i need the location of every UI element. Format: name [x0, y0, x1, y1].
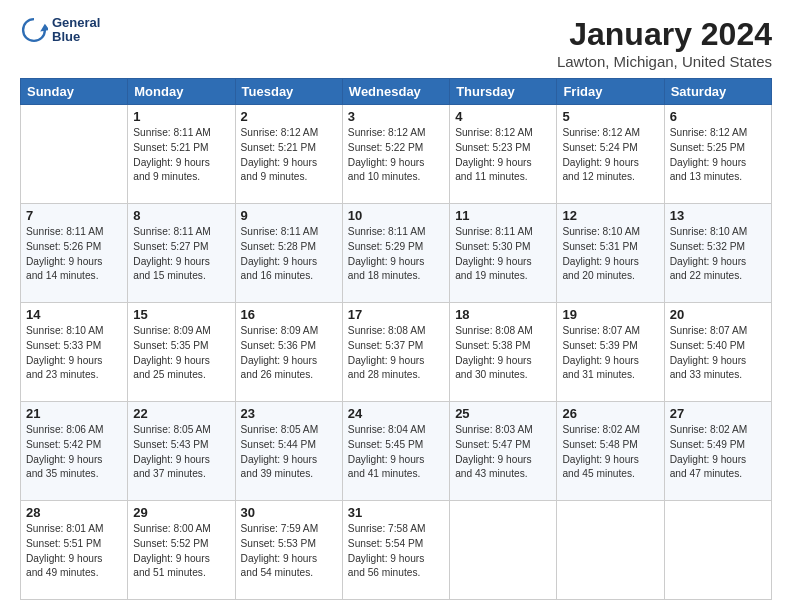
calendar-cell: 12Sunrise: 8:10 AM Sunset: 5:31 PM Dayli…	[557, 204, 664, 303]
calendar-cell: 2Sunrise: 8:12 AM Sunset: 5:21 PM Daylig…	[235, 105, 342, 204]
day-info: Sunrise: 8:12 AM Sunset: 5:23 PM Dayligh…	[455, 126, 551, 185]
day-info: Sunrise: 8:11 AM Sunset: 5:30 PM Dayligh…	[455, 225, 551, 284]
day-number: 13	[670, 208, 766, 223]
calendar-cell: 17Sunrise: 8:08 AM Sunset: 5:37 PM Dayli…	[342, 303, 449, 402]
logo-icon	[20, 16, 48, 44]
calendar-cell	[664, 501, 771, 600]
calendar-week-3: 14Sunrise: 8:10 AM Sunset: 5:33 PM Dayli…	[21, 303, 772, 402]
day-info: Sunrise: 8:08 AM Sunset: 5:37 PM Dayligh…	[348, 324, 444, 383]
day-number: 12	[562, 208, 658, 223]
calendar-cell: 15Sunrise: 8:09 AM Sunset: 5:35 PM Dayli…	[128, 303, 235, 402]
day-number: 1	[133, 109, 229, 124]
calendar-cell	[450, 501, 557, 600]
calendar-cell	[21, 105, 128, 204]
calendar-week-2: 7Sunrise: 8:11 AM Sunset: 5:26 PM Daylig…	[21, 204, 772, 303]
calendar-cell: 31Sunrise: 7:58 AM Sunset: 5:54 PM Dayli…	[342, 501, 449, 600]
day-info: Sunrise: 8:01 AM Sunset: 5:51 PM Dayligh…	[26, 522, 122, 581]
page: General Blue January 2024 Lawton, Michig…	[0, 0, 792, 612]
svg-marker-0	[40, 24, 48, 32]
calendar-cell: 24Sunrise: 8:04 AM Sunset: 5:45 PM Dayli…	[342, 402, 449, 501]
calendar-cell: 13Sunrise: 8:10 AM Sunset: 5:32 PM Dayli…	[664, 204, 771, 303]
day-number: 28	[26, 505, 122, 520]
calendar-cell: 10Sunrise: 8:11 AM Sunset: 5:29 PM Dayli…	[342, 204, 449, 303]
calendar-cell: 14Sunrise: 8:10 AM Sunset: 5:33 PM Dayli…	[21, 303, 128, 402]
day-number: 14	[26, 307, 122, 322]
day-number: 20	[670, 307, 766, 322]
day-number: 25	[455, 406, 551, 421]
calendar-cell: 27Sunrise: 8:02 AM Sunset: 5:49 PM Dayli…	[664, 402, 771, 501]
day-info: Sunrise: 8:12 AM Sunset: 5:22 PM Dayligh…	[348, 126, 444, 185]
day-info: Sunrise: 8:08 AM Sunset: 5:38 PM Dayligh…	[455, 324, 551, 383]
day-info: Sunrise: 8:10 AM Sunset: 5:32 PM Dayligh…	[670, 225, 766, 284]
calendar-cell: 3Sunrise: 8:12 AM Sunset: 5:22 PM Daylig…	[342, 105, 449, 204]
day-number: 2	[241, 109, 337, 124]
logo-line1: General	[52, 16, 100, 30]
day-number: 10	[348, 208, 444, 223]
day-info: Sunrise: 8:10 AM Sunset: 5:33 PM Dayligh…	[26, 324, 122, 383]
calendar-cell: 9Sunrise: 8:11 AM Sunset: 5:28 PM Daylig…	[235, 204, 342, 303]
day-number: 22	[133, 406, 229, 421]
day-info: Sunrise: 8:07 AM Sunset: 5:39 PM Dayligh…	[562, 324, 658, 383]
calendar-cell: 22Sunrise: 8:05 AM Sunset: 5:43 PM Dayli…	[128, 402, 235, 501]
day-number: 31	[348, 505, 444, 520]
day-info: Sunrise: 8:11 AM Sunset: 5:29 PM Dayligh…	[348, 225, 444, 284]
col-monday: Monday	[128, 79, 235, 105]
day-info: Sunrise: 7:58 AM Sunset: 5:54 PM Dayligh…	[348, 522, 444, 581]
day-number: 7	[26, 208, 122, 223]
day-info: Sunrise: 8:09 AM Sunset: 5:35 PM Dayligh…	[133, 324, 229, 383]
calendar-cell: 8Sunrise: 8:11 AM Sunset: 5:27 PM Daylig…	[128, 204, 235, 303]
day-info: Sunrise: 8:06 AM Sunset: 5:42 PM Dayligh…	[26, 423, 122, 482]
day-info: Sunrise: 8:03 AM Sunset: 5:47 PM Dayligh…	[455, 423, 551, 482]
calendar-title: January 2024	[557, 16, 772, 53]
day-info: Sunrise: 8:11 AM Sunset: 5:26 PM Dayligh…	[26, 225, 122, 284]
day-info: Sunrise: 8:12 AM Sunset: 5:21 PM Dayligh…	[241, 126, 337, 185]
day-number: 5	[562, 109, 658, 124]
day-number: 17	[348, 307, 444, 322]
day-info: Sunrise: 8:12 AM Sunset: 5:25 PM Dayligh…	[670, 126, 766, 185]
day-number: 9	[241, 208, 337, 223]
calendar-cell: 16Sunrise: 8:09 AM Sunset: 5:36 PM Dayli…	[235, 303, 342, 402]
day-number: 11	[455, 208, 551, 223]
day-info: Sunrise: 8:04 AM Sunset: 5:45 PM Dayligh…	[348, 423, 444, 482]
day-number: 4	[455, 109, 551, 124]
calendar-cell	[557, 501, 664, 600]
day-number: 21	[26, 406, 122, 421]
calendar-subtitle: Lawton, Michigan, United States	[557, 53, 772, 70]
day-info: Sunrise: 8:05 AM Sunset: 5:44 PM Dayligh…	[241, 423, 337, 482]
calendar-week-1: 1Sunrise: 8:11 AM Sunset: 5:21 PM Daylig…	[21, 105, 772, 204]
header: General Blue January 2024 Lawton, Michig…	[20, 16, 772, 70]
day-info: Sunrise: 8:02 AM Sunset: 5:49 PM Dayligh…	[670, 423, 766, 482]
day-number: 18	[455, 307, 551, 322]
day-number: 6	[670, 109, 766, 124]
day-info: Sunrise: 8:07 AM Sunset: 5:40 PM Dayligh…	[670, 324, 766, 383]
day-info: Sunrise: 8:09 AM Sunset: 5:36 PM Dayligh…	[241, 324, 337, 383]
calendar-cell: 28Sunrise: 8:01 AM Sunset: 5:51 PM Dayli…	[21, 501, 128, 600]
col-thursday: Thursday	[450, 79, 557, 105]
day-number: 26	[562, 406, 658, 421]
logo-text: General Blue	[52, 16, 100, 45]
day-number: 27	[670, 406, 766, 421]
title-block: January 2024 Lawton, Michigan, United St…	[557, 16, 772, 70]
calendar-cell: 20Sunrise: 8:07 AM Sunset: 5:40 PM Dayli…	[664, 303, 771, 402]
calendar-cell: 11Sunrise: 8:11 AM Sunset: 5:30 PM Dayli…	[450, 204, 557, 303]
day-info: Sunrise: 8:10 AM Sunset: 5:31 PM Dayligh…	[562, 225, 658, 284]
day-number: 30	[241, 505, 337, 520]
calendar-week-5: 28Sunrise: 8:01 AM Sunset: 5:51 PM Dayli…	[21, 501, 772, 600]
day-number: 15	[133, 307, 229, 322]
day-info: Sunrise: 8:00 AM Sunset: 5:52 PM Dayligh…	[133, 522, 229, 581]
day-number: 24	[348, 406, 444, 421]
calendar-cell: 18Sunrise: 8:08 AM Sunset: 5:38 PM Dayli…	[450, 303, 557, 402]
calendar-week-4: 21Sunrise: 8:06 AM Sunset: 5:42 PM Dayli…	[21, 402, 772, 501]
col-saturday: Saturday	[664, 79, 771, 105]
day-number: 19	[562, 307, 658, 322]
calendar-cell: 29Sunrise: 8:00 AM Sunset: 5:52 PM Dayli…	[128, 501, 235, 600]
calendar-header-row: Sunday Monday Tuesday Wednesday Thursday…	[21, 79, 772, 105]
day-info: Sunrise: 8:05 AM Sunset: 5:43 PM Dayligh…	[133, 423, 229, 482]
calendar-cell: 23Sunrise: 8:05 AM Sunset: 5:44 PM Dayli…	[235, 402, 342, 501]
day-info: Sunrise: 7:59 AM Sunset: 5:53 PM Dayligh…	[241, 522, 337, 581]
calendar-cell: 19Sunrise: 8:07 AM Sunset: 5:39 PM Dayli…	[557, 303, 664, 402]
day-info: Sunrise: 8:11 AM Sunset: 5:21 PM Dayligh…	[133, 126, 229, 185]
day-number: 3	[348, 109, 444, 124]
day-info: Sunrise: 8:02 AM Sunset: 5:48 PM Dayligh…	[562, 423, 658, 482]
calendar-cell: 5Sunrise: 8:12 AM Sunset: 5:24 PM Daylig…	[557, 105, 664, 204]
